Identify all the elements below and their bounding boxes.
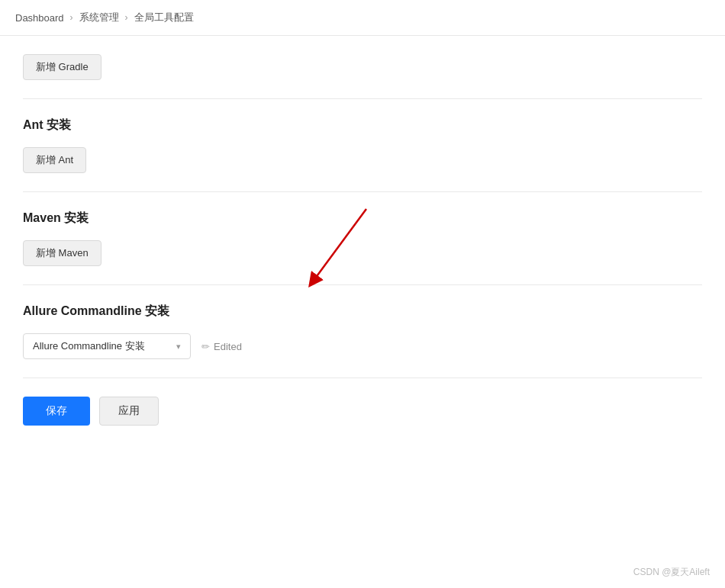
bottom-buttons: 保存 应用 <box>23 378 702 448</box>
ant-section-title: Ant 安装 <box>23 117 702 133</box>
pencil-icon: ✏ <box>201 341 210 352</box>
chevron-down-icon: ▾ <box>176 342 181 352</box>
maven-section: Maven 安装 新增 Maven <box>23 192 702 285</box>
allure-section: Allure Commandline 安装 Allure Commandline… <box>23 285 702 378</box>
breadcrumb-current: 全局工具配置 <box>134 11 194 24</box>
breadcrumb-dashboard[interactable]: Dashboard <box>15 12 64 24</box>
edited-text: Edited <box>214 341 242 352</box>
breadcrumb-system[interactable]: 系统管理 <box>79 11 119 24</box>
csdn-watermark: CSDN @夏天Aileft <box>633 566 710 579</box>
gradle-section: 新增 Gradle <box>23 36 702 99</box>
apply-button[interactable]: 应用 <box>99 397 159 426</box>
add-maven-button[interactable]: 新增 Maven <box>23 240 102 266</box>
breadcrumb-sep-1: › <box>70 12 73 23</box>
allure-dropdown-row: Allure Commandline 安装 ▾ ✏ Edited <box>23 333 702 359</box>
main-content: 新增 Gradle Ant 安装 新增 Ant Maven 安装 新增 Mave… <box>0 36 725 448</box>
maven-section-title: Maven 安装 <box>23 210 702 227</box>
edited-status: ✏ Edited <box>201 341 242 352</box>
save-button[interactable]: 保存 <box>23 397 90 426</box>
add-ant-button[interactable]: 新增 Ant <box>23 147 86 173</box>
ant-section: Ant 安装 新增 Ant <box>23 99 702 192</box>
allure-dropdown[interactable]: Allure Commandline 安装 ▾ <box>23 333 191 359</box>
add-gradle-button[interactable]: 新增 Gradle <box>23 54 102 80</box>
allure-dropdown-label: Allure Commandline 安装 <box>33 339 145 353</box>
breadcrumb: Dashboard › 系统管理 › 全局工具配置 <box>0 0 725 36</box>
allure-section-title: Allure Commandline 安装 <box>23 304 702 320</box>
breadcrumb-sep-2: › <box>125 12 128 23</box>
